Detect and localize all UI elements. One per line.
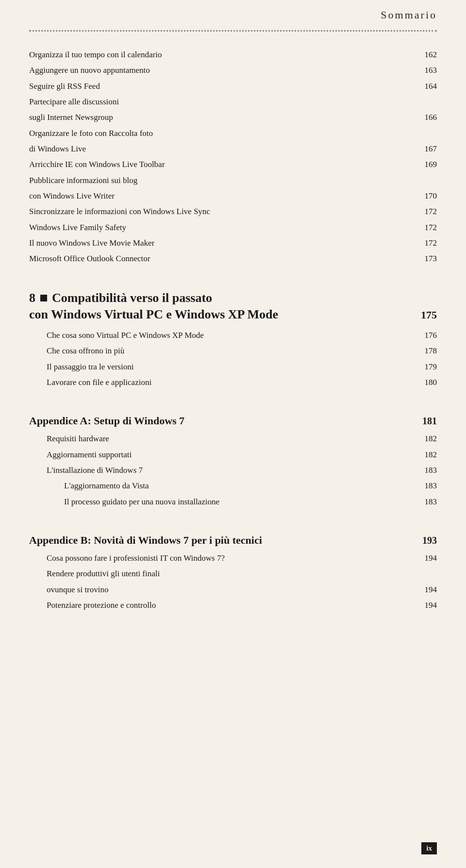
toc-item: Windows Live Family Safety 172 bbox=[29, 220, 437, 235]
toc-item: Potenziare protezione e controllo 194 bbox=[47, 598, 437, 613]
toc-item: sugli Internet Newsgroup 166 bbox=[29, 110, 437, 125]
toc-section-top: Organizza il tuo tempo con il calendario… bbox=[29, 47, 437, 267]
toc-item: Che cosa sono Virtual PC e Windows XP Mo… bbox=[47, 328, 437, 343]
toc-item: Cosa possono fare i professionisti IT co… bbox=[47, 551, 437, 566]
chapter-title: Compatibilità verso il passato bbox=[52, 290, 212, 306]
page-title: Sommario bbox=[381, 9, 437, 21]
toc-item: Sincronizzare le informazioni con Window… bbox=[29, 204, 437, 219]
toc-item: con Windows Live Writer 170 bbox=[29, 188, 437, 204]
page: Sommario Organizza il tuo tempo con il c… bbox=[0, 0, 466, 868]
dotted-separator bbox=[29, 30, 437, 32]
toc-item: Partecipare alle discussioni bbox=[29, 94, 437, 110]
toc-item: Che cosa offrono in più 178 bbox=[47, 343, 437, 359]
toc-item: Il nuovo Windows Live Movie Maker 172 bbox=[29, 235, 437, 251]
page-number-bar: ix bbox=[421, 842, 437, 854]
toc-item: Arricchire IE con Windows Live Toolbar 1… bbox=[29, 157, 437, 172]
toc-item: Organizzare le foto con Raccolta foto bbox=[29, 126, 437, 141]
toc-item: Lavorare con file e applicazioni 180 bbox=[47, 375, 437, 390]
chapter-subtitle: con Windows Virtual PC e Windows XP Mode… bbox=[29, 307, 437, 323]
toc-item: L'installazione di Windows 7 183 bbox=[47, 463, 437, 478]
toc-item: Microsoft Office Outlook Connector 173 bbox=[29, 251, 437, 267]
toc-item: di Windows Live 167 bbox=[29, 141, 437, 157]
chapter-number: 8 bbox=[29, 291, 35, 305]
appendix-b-items: Cosa possono fare i professionisti IT co… bbox=[29, 551, 437, 613]
toc-item: ovunque si trovino 194 bbox=[47, 582, 437, 598]
toc-item: Seguire gli RSS Feed 164 bbox=[29, 79, 437, 94]
appendix-a-items: Requisiti hardware 182 Aggiornamenti sup… bbox=[29, 431, 437, 510]
toc-item: Il passaggio tra le versioni 179 bbox=[47, 359, 437, 375]
toc-item: Il processo guidato per una nuova instal… bbox=[47, 494, 437, 510]
chapter-8-heading: 8 Compatibilità verso il passato con Win… bbox=[29, 290, 437, 323]
page-number: ix bbox=[421, 842, 437, 854]
toc-item: Organizza il tuo tempo con il calendario… bbox=[29, 47, 437, 63]
chapter-8-items: Che cosa sono Virtual PC e Windows XP Mo… bbox=[29, 328, 437, 390]
toc-item: L'aggiornamento da Vista 183 bbox=[47, 478, 437, 494]
appendix-b-heading: Appendice B: Novità di Windows 7 per i p… bbox=[29, 534, 437, 547]
header-bar: Sommario bbox=[29, 0, 437, 26]
appendix-a-heading: Appendice A: Setup di Windows 7 181 bbox=[29, 415, 437, 427]
toc-item: Requisiti hardware 182 bbox=[47, 431, 437, 447]
toc-item: Pubblicare informazioni sui blog bbox=[29, 173, 437, 188]
toc-item: Aggiornamenti supportati 182 bbox=[47, 447, 437, 463]
toc-item: Aggiungere un nuovo appuntamento 163 bbox=[29, 63, 437, 78]
chapter-bullet-icon bbox=[40, 295, 47, 301]
toc-item: Rendere produttivi gli utenti finali bbox=[47, 566, 437, 582]
